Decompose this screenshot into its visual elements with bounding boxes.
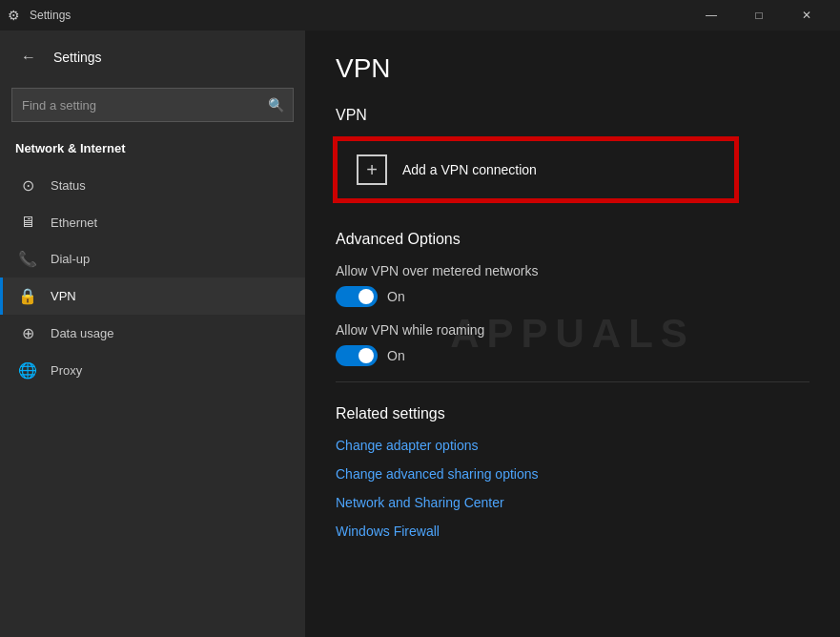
sidebar-item-vpn[interactable]: 🔒 VPN [0,277,305,315]
vpn-roaming-toggle-row: Allow VPN while roaming On [336,322,809,366]
vpn-roaming-label: Allow VPN while roaming [336,322,809,338]
status-icon: ⊙ [18,176,37,195]
sidebar-item-data-usage-label: Data usage [51,326,114,340]
vpn-metered-toggle-container: On [336,286,809,307]
sidebar-item-ethernet-label: Ethernet [51,216,97,230]
sidebar-item-proxy-label: Proxy [51,363,82,378]
vpn-roaming-toggle-container: On [336,345,809,366]
related-section-title: Related settings [336,405,809,422]
sidebar-item-status-label: Status [51,178,86,193]
title-bar: ⚙ Settings — □ ✕ [0,0,840,31]
vpn-roaming-slider [336,345,378,366]
vpn-metered-toggle-row: Allow VPN over metered networks On [336,263,809,307]
proxy-icon: 🌐 [18,361,37,380]
sidebar: ← Settings 🔍 Network & Internet ⊙ Status… [0,31,305,637]
sidebar-item-proxy[interactable]: 🌐 Proxy [0,352,305,389]
sidebar-item-vpn-label: VPN [51,289,76,303]
sidebar-app-title: Settings [53,50,102,65]
add-vpn-button[interactable]: + Add a VPN connection [336,139,736,200]
vpn-roaming-state-text: On [387,348,405,363]
sidebar-item-ethernet[interactable]: 🖥 Ethernet [0,204,305,240]
advanced-section-title: Advanced Options [336,231,809,248]
search-icon: 🔍 [268,97,284,113]
app-container: ← Settings 🔍 Network & Internet ⊙ Status… [0,31,840,637]
back-button[interactable]: ← [15,44,42,71]
change-sharing-link[interactable]: Change advanced sharing options [336,466,809,482]
sidebar-item-dialup-label: Dial-up [51,252,90,266]
vpn-metered-label: Allow VPN over metered networks [336,263,809,278]
sidebar-item-status[interactable]: ⊙ Status [0,167,305,204]
main-panel: APPUALS VPN VPN + Add a VPN connection A… [305,31,840,637]
network-sharing-center-link[interactable]: Network and Sharing Center [336,495,809,510]
change-adapter-link[interactable]: Change adapter options [336,438,809,453]
sidebar-item-data-usage[interactable]: ⊕ Data usage [0,315,305,352]
page-title: VPN [336,53,809,84]
settings-icon: ⚙ [8,8,20,23]
vpn-metered-state-text: On [387,289,405,304]
title-bar-controls: — □ ✕ [689,0,829,31]
sidebar-section-title: Network & Internet [0,134,305,167]
vpn-metered-slider [336,286,378,307]
vpn-roaming-toggle[interactable] [336,345,378,366]
search-input[interactable] [11,88,294,122]
title-bar-title: Settings [30,9,71,22]
sidebar-header: ← Settings [0,31,305,84]
dialup-icon: 📞 [18,250,37,268]
vpn-metered-toggle[interactable] [336,286,378,307]
sidebar-item-dialup[interactable]: 📞 Dial-up [0,240,305,277]
minimize-button[interactable]: — [689,0,733,31]
title-bar-left: ⚙ Settings [8,8,71,23]
maximize-button[interactable]: □ [737,0,781,31]
divider [336,381,809,382]
plus-icon: + [357,154,387,185]
add-vpn-label: Add a VPN connection [402,162,537,177]
close-button[interactable]: ✕ [785,0,829,31]
search-box: 🔍 [11,88,294,122]
windows-firewall-link[interactable]: Windows Firewall [336,524,809,539]
vpn-section-label: VPN [336,107,809,124]
vpn-icon: 🔒 [18,287,37,305]
ethernet-icon: 🖥 [18,214,37,231]
data-usage-icon: ⊕ [18,324,37,342]
